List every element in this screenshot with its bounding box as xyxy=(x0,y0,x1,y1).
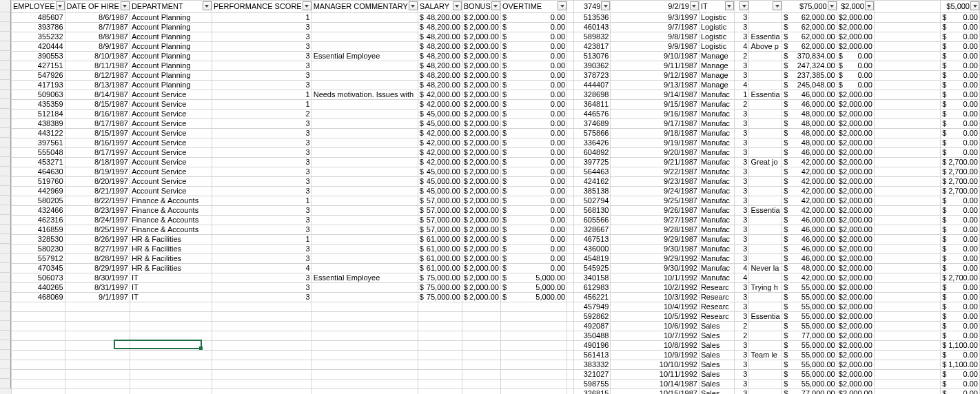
column-header[interactable]: MANAGER COMMENTARY xyxy=(312,1,418,13)
cell[interactable]: 397725 xyxy=(573,158,611,167)
cell[interactable]: Account Service xyxy=(130,187,212,196)
cell[interactable] xyxy=(874,81,940,90)
cell[interactable]: 0.00 xyxy=(941,245,980,254)
cell[interactable]: 2,000.00 xyxy=(462,293,500,302)
cell[interactable]: Essential Employee xyxy=(312,52,418,61)
cell[interactable]: 456221 xyxy=(573,293,611,302)
cell[interactable]: 9/30/1987 xyxy=(611,245,700,254)
cell[interactable] xyxy=(312,187,418,196)
cell[interactable]: 0.00 xyxy=(941,312,980,322)
cell[interactable]: 364811 xyxy=(573,100,611,110)
cell[interactable]: 3 xyxy=(734,245,749,254)
cell[interactable]: 589832 xyxy=(573,32,611,42)
cell[interactable]: 0.00 xyxy=(500,32,566,42)
cell[interactable]: 0.00 xyxy=(941,32,980,42)
cell[interactable]: 48,200.00 xyxy=(418,71,462,81)
cell[interactable]: 3 xyxy=(734,389,749,395)
cell[interactable] xyxy=(567,245,574,254)
cell[interactable] xyxy=(874,302,940,312)
filter-dropdown-icon[interactable] xyxy=(725,1,734,10)
cell[interactable]: 0.00 xyxy=(837,81,874,90)
cell[interactable] xyxy=(567,206,574,216)
cell[interactable] xyxy=(418,331,462,341)
cell[interactable]: Account Planning xyxy=(130,61,212,71)
cell[interactable]: 2,000.00 xyxy=(837,42,874,52)
cell[interactable]: 48,000.00 xyxy=(782,129,837,138)
cell[interactable] xyxy=(567,331,574,341)
cell[interactable]: 3 xyxy=(734,23,749,32)
cell[interactable]: 612983 xyxy=(573,283,611,293)
cell[interactable]: 2,000.00 xyxy=(462,52,500,61)
cell[interactable] xyxy=(567,312,574,322)
cell[interactable] xyxy=(312,254,418,264)
cell[interactable]: 10/11/1992 xyxy=(611,370,700,380)
cell[interactable]: 370,834.00 xyxy=(782,52,837,61)
cell[interactable]: 0.00 xyxy=(500,110,566,119)
cell[interactable]: 55,000.00 xyxy=(782,283,837,293)
cell[interactable]: 513076 xyxy=(573,52,611,61)
cell[interactable] xyxy=(312,245,418,254)
cell[interactable]: 0.00 xyxy=(941,52,980,61)
cell[interactable]: 0.00 xyxy=(941,389,980,395)
cell[interactable]: 3 xyxy=(734,216,749,225)
cell[interactable]: 4 xyxy=(734,273,749,283)
cell[interactable]: 3 xyxy=(212,23,312,32)
filter-dropdown-icon[interactable] xyxy=(828,1,837,10)
cell[interactable]: 506073 xyxy=(12,273,65,283)
cell[interactable] xyxy=(65,380,130,389)
cell[interactable]: Team le xyxy=(749,351,782,360)
cell[interactable] xyxy=(749,148,782,158)
cell[interactable]: 8/7/1987 xyxy=(65,23,130,32)
cell[interactable]: Account Service xyxy=(130,90,212,100)
cell[interactable] xyxy=(65,322,130,331)
cell[interactable] xyxy=(567,119,574,129)
cell[interactable] xyxy=(130,351,212,360)
cell[interactable] xyxy=(874,100,940,110)
cell[interactable]: 10/3/1992 xyxy=(611,293,700,302)
cell[interactable]: 75,000.00 xyxy=(418,273,462,283)
cell[interactable]: 245,048.00 xyxy=(782,81,837,90)
cell[interactable]: 8/27/1997 xyxy=(65,245,130,254)
cell[interactable]: 3 xyxy=(734,138,749,148)
cell[interactable]: 0.00 xyxy=(500,216,566,225)
cell[interactable]: 46,000.00 xyxy=(782,90,837,100)
cell[interactable] xyxy=(874,119,940,129)
cell[interactable]: 46,000.00 xyxy=(782,100,837,110)
cell[interactable] xyxy=(567,254,574,264)
cell[interactable]: Account Service xyxy=(130,177,212,187)
cell[interactable] xyxy=(312,110,418,119)
cell[interactable] xyxy=(462,351,500,360)
cell[interactable]: 5,000.00 xyxy=(500,283,566,293)
cell[interactable]: 3 xyxy=(734,187,749,196)
cell[interactable]: 3 xyxy=(734,196,749,206)
cell[interactable]: 2,000.00 xyxy=(462,110,500,119)
cell[interactable]: 1 xyxy=(212,100,312,110)
cell[interactable] xyxy=(312,341,418,351)
cell[interactable]: 5,000.00 xyxy=(500,273,566,283)
cell[interactable] xyxy=(567,380,574,389)
cell[interactable] xyxy=(12,322,65,331)
cell[interactable]: 485607 xyxy=(12,13,65,23)
cell[interactable]: 2,000.00 xyxy=(462,225,500,235)
cell[interactable]: 397561 xyxy=(12,138,65,148)
cell[interactable]: 9/25/1987 xyxy=(611,196,700,206)
cell[interactable]: 2,700.00 xyxy=(941,177,980,187)
cell[interactable] xyxy=(874,23,940,32)
cell[interactable]: 8/22/1997 xyxy=(65,196,130,206)
cell[interactable] xyxy=(312,81,418,90)
cell[interactable]: 490196 xyxy=(573,341,611,351)
cell[interactable]: Manufac xyxy=(699,187,734,196)
cell[interactable]: 0.00 xyxy=(941,283,980,293)
cell[interactable]: 2,000.00 xyxy=(837,216,874,225)
cell[interactable] xyxy=(749,187,782,196)
column-header[interactable]: EMPLOYEE xyxy=(12,1,65,13)
cell[interactable]: 321027 xyxy=(573,370,611,380)
cell[interactable]: 453271 xyxy=(12,158,65,167)
cell[interactable]: 9/22/1987 xyxy=(611,167,700,177)
cell[interactable] xyxy=(212,351,312,360)
cell[interactable] xyxy=(130,360,212,370)
cell[interactable]: Account Service xyxy=(130,148,212,158)
cell[interactable]: Manufac xyxy=(699,273,734,283)
cell[interactable] xyxy=(500,370,566,380)
cell[interactable]: 4 xyxy=(734,42,749,52)
